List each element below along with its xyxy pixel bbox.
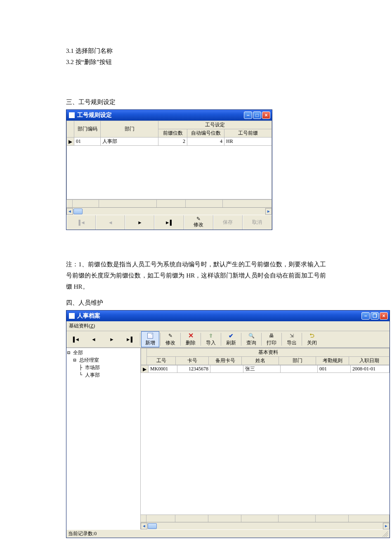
cell-bak-cardno[interactable]	[210, 365, 243, 373]
tb-refresh-button[interactable]: ✔刷新	[222, 331, 240, 347]
cell-cardno[interactable]: 12345678	[177, 365, 210, 373]
edit-icon: ✎	[196, 216, 201, 221]
close-button[interactable]: ×	[380, 312, 388, 320]
h-scrollbar[interactable]: ◄ ►	[141, 522, 390, 529]
row-indicator: ▶	[141, 365, 149, 373]
import-icon: ⇪	[209, 332, 213, 339]
tb-query-button[interactable]: 🔍查询	[242, 331, 260, 347]
rule-grid[interactable]: 部门编码 部门 工号设定 前缀位数 自动编号位数 工号前缀 ▶ 01 人事部 2	[66, 121, 272, 215]
minimize-button[interactable]: −	[361, 312, 370, 320]
col-dept[interactable]: 部门	[279, 357, 316, 365]
minimize-button[interactable]: −	[244, 111, 252, 119]
cell-hiredate[interactable]: 2008-01-01	[351, 365, 390, 373]
scroll-thumb[interactable]	[148, 523, 157, 529]
tb-query-label: 查询	[246, 339, 256, 346]
tb-print-button[interactable]: 🖶打印	[262, 331, 281, 347]
scroll-left-icon[interactable]: ◄	[66, 208, 73, 215]
record-navigator: ▐◄ ◄ ► ►▌ ✎修改 保存 取消	[66, 215, 272, 230]
cell-auto-len[interactable]: 4	[187, 138, 224, 146]
app-icon	[69, 112, 75, 118]
cell-dept[interactable]	[281, 365, 318, 373]
tree-node-gm[interactable]: ⊟ 总经理室	[67, 356, 139, 364]
maximize-button[interactable]: □	[253, 111, 261, 119]
tb-edit-button[interactable]: ✎修改	[161, 331, 179, 347]
col-prefix-len[interactable]: 前缀位数	[158, 129, 187, 138]
cell-dept[interactable]: 人事部	[101, 138, 158, 146]
search-icon: 🔍	[248, 332, 255, 339]
col-dept[interactable]: 部门	[101, 121, 158, 138]
tb-import-label: 导入	[206, 339, 216, 346]
cell-att-rule[interactable]: 001	[318, 365, 351, 373]
data-row[interactable]: ▶ 01 人事部 2 4 HR	[67, 138, 272, 146]
nav-edit-button[interactable]: ✎修改	[184, 215, 213, 230]
window-personnel-file: 人事档案 − ❐ × 基础资料(Z) ▐◄ ◄ ► ►▌ 新增 ✎修改 ✕删除 …	[66, 310, 390, 538]
col-prefix[interactable]: 工号前缀	[224, 129, 272, 138]
tree-root[interactable]: ⊟ 全部	[67, 349, 139, 356]
tb-prev-button[interactable]: ◄	[85, 331, 103, 347]
col-dept-code[interactable]: 部门编码	[74, 121, 101, 138]
dept-tree[interactable]: ⊟ 全部 ⊟ 总经理室 ├ 市场部 └ 人事部	[66, 348, 141, 529]
col-bak-cardno[interactable]: 备用卡号	[209, 357, 242, 365]
grid-footer	[66, 199, 272, 207]
grid-empty-area	[66, 146, 272, 199]
scroll-thumb[interactable]	[73, 209, 83, 214]
doc-heading-3: 三、工号规则设定	[66, 97, 326, 108]
h-scrollbar[interactable]: ◄ ►	[66, 207, 272, 215]
restore-button[interactable]: ❐	[371, 312, 379, 320]
col-hiredate[interactable]: 入职日期	[349, 357, 390, 365]
nav-next-button[interactable]: ►	[125, 215, 154, 230]
tb-close-button[interactable]: ⮌关闭	[303, 331, 321, 347]
print-icon: 🖶	[269, 332, 274, 339]
goto-next-icon: ►	[137, 220, 142, 225]
window-title: 工号规则设定	[77, 111, 244, 119]
scroll-left-icon[interactable]: ◄	[141, 523, 147, 529]
col-auto-len[interactable]: 自动编号位数	[187, 129, 224, 138]
cell-name[interactable]: 张三	[243, 365, 281, 373]
menu-bar[interactable]: 基础资料(Z)	[66, 321, 390, 331]
col-att-rule[interactable]: 考勤规则	[316, 357, 349, 365]
tree-node-hr[interactable]: └ 人事部	[67, 371, 139, 379]
tb-new-button[interactable]: 新增	[141, 331, 159, 347]
personnel-grid[interactable]: ▶ MK0001 12345678 张三 001 2008-01-01	[141, 365, 390, 373]
tb-delete-button[interactable]: ✕删除	[182, 331, 200, 347]
tb-print-label: 打印	[267, 339, 276, 346]
titlebar[interactable]: 工号规则设定 − □ ×	[66, 110, 272, 121]
resize-grip-icon[interactable]	[382, 531, 388, 537]
col-empno[interactable]: 工号	[147, 357, 176, 365]
tb-import-button[interactable]: ⇪导入	[202, 331, 220, 347]
close-button[interactable]: ×	[262, 111, 270, 119]
tree-node-market[interactable]: ├ 市场部	[67, 364, 139, 371]
nav-first-button[interactable]: ▐◄	[66, 215, 96, 230]
data-row[interactable]: ▶ MK0001 12345678 张三 001 2008-01-01	[141, 365, 390, 373]
window-title: 人事档案	[77, 312, 361, 320]
goto-first-icon: ▐◄	[71, 336, 80, 343]
tb-export-label: 导出	[287, 339, 297, 346]
scroll-right-icon[interactable]: ►	[383, 523, 390, 529]
doc-heading-4: 四、人员维护	[66, 297, 326, 308]
cell-prefix-len[interactable]: 2	[158, 138, 187, 146]
titlebar[interactable]: 人事档案 − ❐ ×	[66, 311, 390, 321]
cell-dept-code[interactable]: 01	[74, 138, 101, 146]
col-name[interactable]: 姓名	[242, 357, 279, 365]
personnel-grid-header: 基本资料 工号 卡号 备用卡号 姓名 部门 考勤规则 入职日期	[141, 348, 390, 365]
tb-export-button[interactable]: ⇲导出	[283, 331, 301, 347]
app-icon	[69, 313, 75, 319]
doc-line-3-1: 3.1 选择部门名称	[66, 45, 326, 57]
menu-basic-data[interactable]: 基础资料(Z)	[69, 323, 95, 329]
nav-last-button[interactable]: ►▌	[154, 215, 184, 230]
scroll-right-icon[interactable]: ►	[265, 208, 272, 215]
goto-last-icon: ►▌	[126, 336, 134, 343]
tb-next-button[interactable]: ►	[103, 331, 121, 347]
cell-prefix[interactable]: HR	[224, 138, 272, 146]
doc-note: 注：1、前缀位数是指当人员工号为系统自动编号时，默认产生的工号前缀位数，则要求输…	[66, 259, 326, 292]
goto-first-icon: ▐◄	[77, 220, 85, 225]
tree-hr-label: 人事部	[85, 372, 100, 378]
nav-prev-button[interactable]: ◄	[96, 215, 125, 230]
row-indicator: ▶	[67, 138, 74, 146]
tb-last-button[interactable]: ►▌	[121, 331, 139, 347]
cell-empno[interactable]: MK0001	[149, 365, 177, 373]
doc-text-block: 3.1 选择部门名称 3.2 按“删除”按钮	[66, 45, 326, 68]
tb-refresh-label: 刷新	[226, 339, 236, 346]
tb-first-button[interactable]: ▐◄	[66, 331, 85, 347]
col-cardno[interactable]: 卡号	[176, 357, 209, 365]
